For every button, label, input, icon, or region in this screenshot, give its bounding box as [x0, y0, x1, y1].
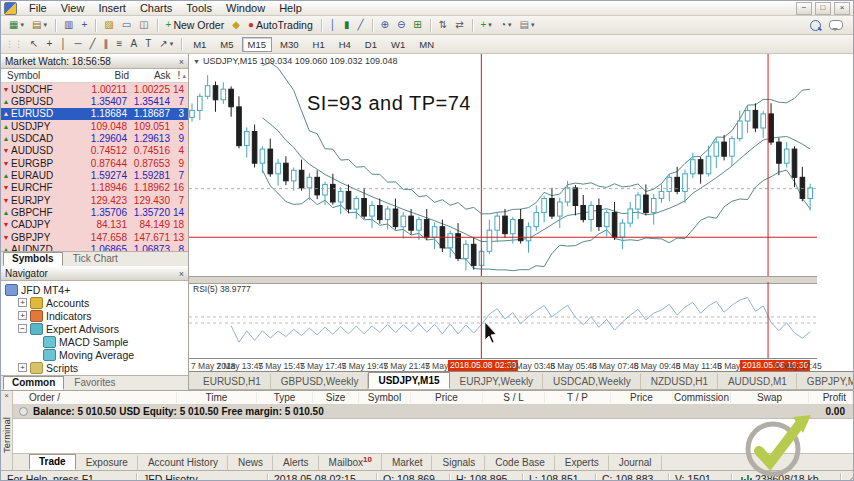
terminal-column-symbol[interactable]: Symbol [359, 392, 411, 403]
market-watch-row-eurchf[interactable]: ▼EURCHF1.189461.1896216 [1, 182, 188, 194]
indicators-button[interactable]: +▾ [477, 17, 496, 34]
chart-tab-gbpjpy-m5[interactable]: GBPJPY,M5 [797, 373, 854, 389]
terminal-tab-trade[interactable]: Trade [29, 454, 76, 470]
menu-window[interactable]: Window [219, 2, 272, 14]
terminal-column-size[interactable]: Size [313, 392, 359, 403]
navigator-item-moving-average[interactable]: Moving Average [1, 348, 188, 361]
terminal-column-swap[interactable]: Swap [731, 392, 809, 403]
chart-tab-audusd-m1[interactable]: AUDUSD,M1 [718, 373, 797, 389]
horizontal-line-tool[interactable]: ─ [70, 36, 85, 53]
chart-window[interactable]: ▼USDJPY,M15 109.034 109.060 109.032 109.… [189, 54, 854, 372]
arrange-cascade-button[interactable]: ⇄ [451, 17, 467, 34]
menu-tools[interactable]: Tools [179, 2, 219, 14]
periods-button[interactable]: ◔▾ [496, 17, 516, 34]
chart-tab-eurjpy-weekly[interactable]: EURJPY,Weekly [450, 373, 544, 389]
navigator-tab-common[interactable]: Common [3, 376, 64, 390]
new-chart-button[interactable]: ▦▾ [5, 17, 28, 34]
terminal-toggle[interactable]: ▭ [118, 17, 135, 34]
timeframe-m1[interactable]: M1 [187, 37, 212, 52]
chat-icon[interactable] [829, 20, 843, 30]
toolbar-grip[interactable]: ⋮⋮ [5, 39, 23, 49]
bar-chart-button[interactable]: │ [326, 17, 340, 34]
search-icon[interactable] [810, 20, 821, 31]
market-watch-row-usdcad[interactable]: ▲USDCAD1.296041.296139 [1, 132, 188, 144]
navigator-item-jfd-mt4[interactable]: JFD MT4+ [1, 283, 188, 296]
navigator-item-indicators[interactable]: +Indicators [1, 309, 188, 322]
terminal-tab-code-base[interactable]: Code Base [485, 455, 554, 470]
terminal-column-time[interactable]: Time [177, 392, 257, 403]
market-watch-row-euraud[interactable]: ▲EURAUD1.592741.592817 [1, 169, 188, 181]
market-watch-row-usdchf[interactable]: ▼USDCHF1.002111.0022514 [1, 83, 188, 95]
timeframe-m5[interactable]: M5 [214, 37, 239, 52]
navigator-item-expert-advisors[interactable]: −Expert Advisors [1, 322, 188, 335]
terminal-column-order[interactable]: Order / [13, 392, 177, 403]
metaeditor-button[interactable]: ◆ [228, 17, 244, 34]
terminal-tab-news[interactable]: News [228, 455, 273, 470]
candlestick-button[interactable]: ▮ [340, 17, 354, 34]
cursor-tool[interactable]: ↖ [26, 36, 42, 53]
tile-windows-button[interactable]: ⊞ [409, 17, 425, 34]
line-chart-button[interactable]: ╱ [354, 17, 368, 34]
timeframe-d1[interactable]: D1 [359, 37, 383, 52]
menu-file[interactable]: File [22, 2, 54, 14]
column-symbol[interactable]: Symbol [1, 70, 81, 81]
timeframe-mn[interactable]: MN [413, 37, 440, 52]
expand-icon[interactable]: + [18, 363, 27, 372]
terminal-column-profit[interactable]: Profit [809, 392, 853, 403]
channel-tool[interactable]: ∥ [100, 36, 113, 53]
crosshair-tool[interactable]: + [42, 36, 56, 53]
collapse-icon[interactable]: − [18, 324, 27, 333]
market-watch-row-gbpusd[interactable]: ▲GBPUSD1.354071.354147 [1, 95, 188, 107]
close-button[interactable]: × [834, 2, 850, 15]
chart-tab-gbpusd-weekly[interactable]: GBPUSD,Weekly [271, 373, 369, 389]
chart-tab-nzdusd-h1[interactable]: NZDUSD,H1 [641, 373, 718, 389]
market-watch-row-eurjpy[interactable]: ▼EURJPY129.423129.4307 [1, 194, 188, 206]
market-watch-row-cadjpy[interactable]: ▼CADJPY84.13184.14918 [1, 219, 188, 231]
terminal-column-type[interactable]: Type [257, 392, 313, 403]
chart-tab-usdcad-weekly[interactable]: USDCAD,Weekly [543, 373, 641, 389]
navigator-toggle[interactable]: ▨ [100, 17, 117, 34]
resize-grip[interactable] [841, 473, 853, 481]
terminal-column-commission[interactable]: Commission [673, 392, 731, 403]
menu-help[interactable]: Help [272, 2, 309, 14]
terminal-tab-mailbox[interactable]: Mailbox10 [319, 452, 382, 470]
scroll-up-icon[interactable]: ▲ [180, 70, 188, 82]
market-watch-row-eurgbp[interactable]: ▼EURGBP0.876440.876539 [1, 157, 188, 169]
close-icon[interactable]: × [4, 391, 9, 401]
navigator-item-accounts[interactable]: +Accounts [1, 296, 188, 309]
terminal-tab-experts[interactable]: Experts [555, 455, 609, 470]
candlestick-chart[interactable] [189, 54, 817, 276]
new-order-button[interactable]: +New Order [162, 17, 229, 34]
navigator-item-scripts[interactable]: +Scripts [1, 361, 188, 374]
strategy-tester-toggle[interactable]: ◫ [135, 17, 152, 34]
column-spread[interactable]: ! [171, 70, 181, 81]
zoom-out-button[interactable]: ⊖ [393, 17, 409, 34]
column-bid[interactable]: Bid [81, 70, 129, 81]
text-tool[interactable]: A [126, 36, 141, 53]
profiles-button[interactable]: ▤▾ [28, 17, 51, 34]
expand-icon[interactable]: + [18, 311, 27, 320]
menu-view[interactable]: View [54, 2, 92, 14]
column-ask[interactable]: Ask [129, 70, 171, 81]
timeframe-w1[interactable]: W1 [385, 37, 411, 52]
arrows-tool[interactable]: ↗▾ [155, 36, 177, 53]
timeframe-h4[interactable]: H4 [333, 37, 357, 52]
market-watch-row-gbpjpy[interactable]: ▼GBPJPY147.658147.67113 [1, 231, 188, 243]
terminal-tab-account-history[interactable]: Account History [138, 455, 228, 470]
terminal-column-t-p[interactable]: T / P [545, 392, 611, 403]
terminal-tab-alerts[interactable]: Alerts [273, 455, 319, 470]
timeframe-m15[interactable]: M15 [242, 37, 272, 52]
fibonacci-tool[interactable]: ≡ [113, 36, 127, 53]
minimize-button[interactable]: − [796, 2, 812, 15]
market-watch-row-usdjpy[interactable]: ▲USDJPY109.048109.0513 [1, 120, 188, 132]
menu-insert[interactable]: Insert [91, 2, 133, 14]
market-watch-tab-symbols[interactable]: Symbols [3, 252, 63, 266]
market-watch-row-gbpchf[interactable]: ▲GBPCHF1.357061.3572014 [1, 206, 188, 218]
terminal-column-price[interactable]: Price [411, 392, 483, 403]
chart-tab-eurusd-h1[interactable]: EURUSD,H1 [193, 373, 271, 389]
market-watch-tab-tick-chart[interactable]: Tick Chart [64, 252, 127, 266]
label-tool[interactable]: T [141, 36, 155, 53]
vertical-line-tool[interactable]: │ [56, 36, 70, 53]
chevron-down-icon[interactable]: ▼ [193, 58, 200, 65]
market-watch-row-eurusd[interactable]: ▲EURUSD1.186841.186873 [1, 108, 188, 120]
